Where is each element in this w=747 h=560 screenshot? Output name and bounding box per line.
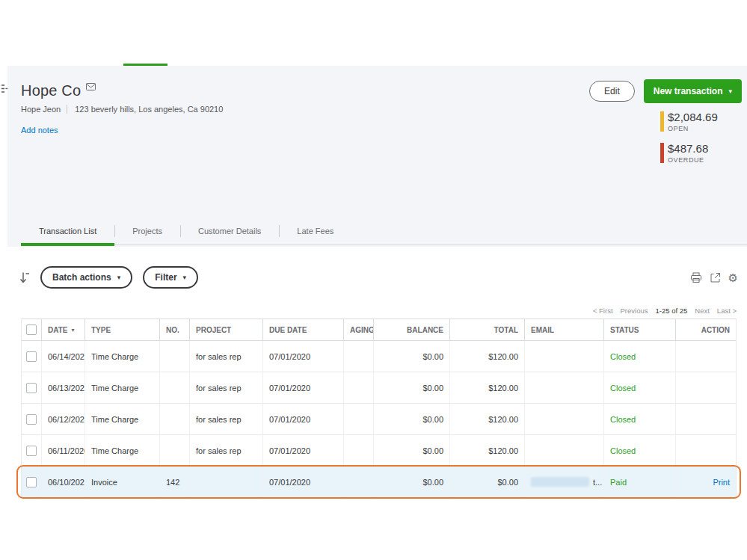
cell-due-date: 07/01/2020 [262, 372, 343, 403]
cell-type: Time Charge [84, 404, 159, 434]
cell-type: Time Charge [84, 372, 159, 403]
tab-late-fees[interactable]: Late Fees [279, 217, 351, 244]
overdue-label: OVERDUE [668, 156, 738, 164]
cell-aging [343, 467, 373, 497]
batch-actions-label: Batch actions [52, 272, 111, 283]
pagination-previous[interactable]: Previous [621, 307, 648, 315]
print-link[interactable]: Print [713, 478, 730, 487]
cell-balance: $0.00 [373, 341, 449, 372]
col-due-date[interactable]: DUE DATE [262, 319, 343, 340]
contact-name: Hope Jeon [21, 105, 61, 114]
cell-action [675, 404, 736, 434]
status-badge: Closed [603, 341, 675, 372]
cell-action: Print [675, 467, 736, 497]
row-checkbox[interactable] [26, 383, 37, 393]
print-icon[interactable] [690, 272, 702, 283]
cell-due-date: 07/01/2020 [262, 404, 343, 434]
col-action[interactable]: ACTION [675, 319, 736, 340]
cell-date: 06/13/2020 [41, 372, 84, 403]
col-type[interactable]: TYPE [84, 319, 159, 340]
tab-label: Late Fees [297, 227, 333, 236]
open-amount: $2,084.69 [668, 111, 738, 123]
export-icon[interactable] [710, 272, 721, 283]
filter-button[interactable]: Filter ▾ [143, 266, 198, 289]
row-checkbox[interactable] [26, 351, 37, 362]
table-row[interactable]: 06/11/2020 Time Charge for sales rep 07/… [22, 435, 736, 467]
table-row[interactable]: 06/13/2020 Time Charge for sales rep 07/… [22, 372, 736, 404]
cell-date: 06/10/2020 [41, 467, 84, 497]
cell-date: 06/14/2020 [41, 341, 84, 372]
cell-project: for sales rep [189, 372, 262, 403]
table-header-row: DATE▾ TYPE NO. PROJECT DUE DATE AGING BA… [22, 319, 736, 341]
col-aging[interactable]: AGING [343, 319, 373, 340]
col-date[interactable]: DATE▾ [41, 319, 84, 340]
overdue-amount: $487.68 [668, 142, 738, 155]
table-tools: ⚙ [690, 272, 738, 283]
col-balance[interactable]: BALANCE [373, 319, 449, 340]
open-balance-bar [660, 111, 664, 132]
cell-total: $120.00 [449, 404, 524, 434]
cell-due-date: 07/01/2020 [262, 341, 343, 372]
status-badge: Closed [603, 404, 675, 434]
settings-gear-icon[interactable]: ⚙ [728, 272, 738, 283]
cell-aging [343, 435, 373, 466]
add-notes-link[interactable]: Add notes [21, 126, 58, 135]
pagination-next[interactable]: Next [695, 307, 710, 315]
customer-name: Hope Co [21, 82, 81, 99]
new-transaction-button[interactable]: New transaction ▾ [644, 79, 742, 103]
row-checkbox[interactable] [26, 414, 37, 425]
batch-actions-button[interactable]: Batch actions ▾ [40, 266, 132, 289]
cell-date: 06/12/2020 [41, 404, 84, 434]
cell-date: 06/11/2020 [41, 435, 84, 466]
sort-arrow-icon[interactable] [19, 271, 30, 284]
cell-email [524, 341, 603, 372]
caret-down-icon: ▾ [728, 88, 732, 95]
tab-transaction-list[interactable]: Transaction List [21, 217, 114, 244]
tab-projects[interactable]: Projects [114, 217, 180, 244]
cell-email [524, 404, 603, 434]
tab-customer-details[interactable]: Customer Details [180, 217, 279, 244]
filter-label: Filter [155, 272, 176, 283]
col-project[interactable]: PROJECT [189, 319, 262, 340]
cell-due-date: 07/01/2020 [262, 467, 343, 497]
pagination-first[interactable]: < First [593, 307, 613, 315]
caret-down-icon: ▾ [117, 274, 121, 281]
cell-total: $120.00 [449, 435, 524, 466]
cell-action [675, 435, 736, 466]
caret-down-icon: ▾ [183, 274, 187, 281]
cell-aging [343, 404, 373, 434]
col-status[interactable]: STATUS [603, 319, 675, 340]
overdue-balance-bar [660, 143, 664, 163]
customer-panel: Hope Co Hope Jeon123 beverly hills, Los … [7, 66, 747, 532]
cell-project: for sales rep [189, 404, 262, 434]
email-fragment: t... [593, 478, 602, 487]
cell-aging [343, 341, 373, 372]
table-row[interactable]: 06/10/2020 Invoice 142 07/01/2020 $0.00 … [22, 467, 736, 498]
pagination-last[interactable]: Last > [717, 307, 737, 315]
cell-no [159, 372, 189, 403]
cell-checkbox [22, 435, 41, 466]
open-balance: $2,084.69 OPEN [660, 111, 738, 132]
cell-type: Invoice [84, 467, 159, 497]
cell-total: $120.00 [449, 341, 524, 372]
cell-action [675, 372, 736, 403]
col-no[interactable]: NO. [159, 319, 189, 340]
edit-button[interactable]: Edit [589, 81, 635, 102]
status-badge: Closed [603, 435, 675, 466]
pagination-range: 1-25 of 25 [656, 307, 688, 315]
envelope-icon[interactable] [86, 83, 96, 90]
row-checkbox[interactable] [26, 446, 37, 456]
cell-email: t... [524, 467, 603, 497]
cell-total: $0.00 [449, 467, 524, 497]
new-transaction-label: New transaction [654, 86, 723, 96]
table-row[interactable]: 06/14/2020 Time Charge for sales rep 07/… [22, 341, 736, 372]
sort-desc-icon: ▾ [71, 327, 74, 333]
table-row[interactable]: 06/12/2020 Time Charge for sales rep 07/… [22, 404, 736, 435]
col-email[interactable]: EMAIL [524, 319, 603, 340]
tab-bar: Transaction ListProjectsCustomer Details… [21, 217, 747, 245]
row-checkbox[interactable] [26, 477, 37, 487]
customer-address: 123 beverly hills, Los angeles, Ca 90210 [67, 105, 223, 114]
select-all-checkbox[interactable] [26, 324, 37, 335]
cell-balance: $0.00 [373, 372, 449, 403]
col-total[interactable]: TOTAL [449, 319, 524, 340]
